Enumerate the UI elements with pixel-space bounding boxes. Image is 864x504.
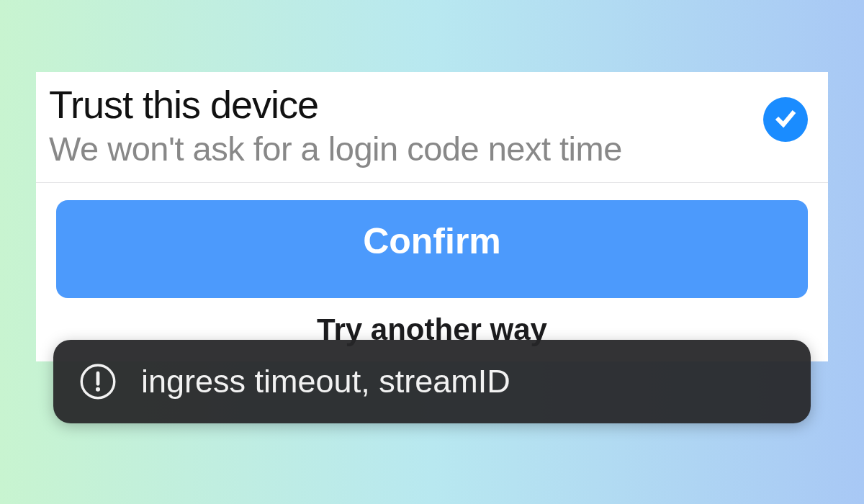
error-toast: ingress timeout, streamID [53,340,811,423]
trust-text-block: Trust this device We won't ask for a log… [49,82,763,169]
svg-point-2 [96,387,100,392]
confirm-button[interactable]: Confirm [56,200,808,298]
toast-message: ingress timeout, streamID [141,363,510,400]
button-area: Confirm Try another way [36,183,828,361]
trust-checkbox-checked[interactable] [763,97,808,142]
trust-title: Trust this device [49,82,763,127]
alert-icon [79,363,117,400]
checkmark-icon [773,105,798,134]
login-card: Trust this device We won't ask for a log… [36,72,828,361]
trust-device-row[interactable]: Trust this device We won't ask for a log… [36,72,828,183]
trust-subtitle: We won't ask for a login code next time [49,128,763,169]
